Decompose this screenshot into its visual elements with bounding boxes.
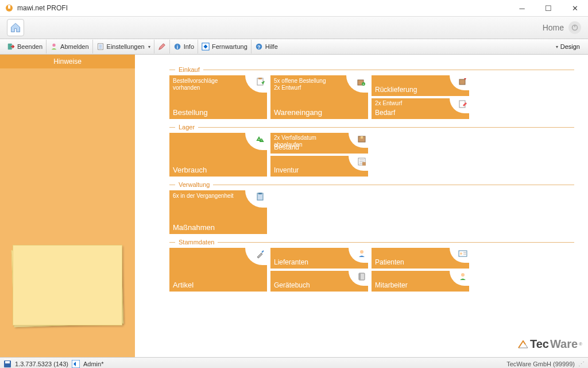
settings-icon <box>96 43 105 51</box>
resize-grip-icon[interactable]: ⋰ <box>578 361 585 368</box>
info-button[interactable]: i Info <box>170 40 198 53</box>
design-menu[interactable]: Design <box>551 42 585 51</box>
section-verwaltung-label: Verwaltung <box>179 181 210 188</box>
tile-ruecklieferung-title: Rücklieferung <box>375 86 417 94</box>
section-stammdaten: Stammdaten <box>169 239 574 246</box>
beenden-button[interactable]: Beenden <box>3 40 47 53</box>
tile-lieferanten[interactable]: Lieferanten <box>270 248 368 269</box>
tile-bestellung[interactable]: Bestellvorschläge vorhanden Bestellung <box>169 75 267 119</box>
tile-verbrauch-title: Verbrauch <box>173 166 207 174</box>
tile-bestand[interactable]: 2x Verfallsdatum abgelaufen Bestand <box>270 133 368 154</box>
fernwartung-label: Fernwartung <box>212 43 247 50</box>
home-glyph-icon <box>568 21 581 34</box>
tile-mitarbeiter[interactable]: Mitarbeiter <box>372 271 469 292</box>
box-in-icon: + <box>357 77 366 86</box>
tile-patienten-title: Patienten <box>375 258 404 266</box>
sticky-note[interactable] <box>13 245 122 325</box>
maximize-button[interactable]: ☐ <box>535 0 562 16</box>
clipboard-icon <box>256 77 265 86</box>
tile-bestand-title: Bestand <box>274 143 299 151</box>
tile-bestellung-title: Bestellung <box>173 108 208 117</box>
svg-rect-27 <box>359 273 361 280</box>
svg-rect-3 <box>574 25 575 28</box>
exit-icon <box>7 43 15 51</box>
status-save-icon <box>3 360 11 368</box>
recycle-icon <box>256 135 265 144</box>
design-label: Design <box>560 43 580 50</box>
tile-verbrauch[interactable]: Verbrauch <box>169 133 267 177</box>
tecware-tec: Tec <box>530 338 549 351</box>
beenden-label: Beenden <box>17 43 42 50</box>
svg-point-30 <box>461 273 465 277</box>
home-icon-button[interactable] <box>7 19 24 36</box>
status-remote-icon <box>72 360 80 368</box>
svg-rect-13 <box>258 78 262 79</box>
svg-point-29 <box>460 252 462 255</box>
status-right: TecWare GmbH (99999) <box>506 361 575 367</box>
tile-inventur-title: Inventur <box>274 166 299 174</box>
tile-geraetebuch[interactable]: Gerätebuch <box>270 271 368 292</box>
sidebar-header: Hinweise <box>0 55 135 68</box>
pencil-icon <box>158 43 166 51</box>
tile-artikel[interactable]: Artikel <box>169 248 267 292</box>
tile-wareneingang-note2: 2x Entwurf <box>274 85 346 91</box>
tile-lieferanten-title: Lieferanten <box>274 258 308 266</box>
tile-bedarf[interactable]: 2x Entwurf Bedarf <box>372 98 469 119</box>
svg-text:?: ? <box>257 44 260 50</box>
staff-icon <box>458 272 467 281</box>
close-button[interactable]: ✕ <box>562 0 588 16</box>
tile-ruecklieferung[interactable]: Rücklieferung <box>372 75 469 96</box>
section-einkauf: Einkauf <box>169 66 574 73</box>
einstellungen-button[interactable]: Einstellungen ▾ <box>93 40 154 53</box>
toolbar: Beenden Abmelden Einstellungen ▾ i Info … <box>0 39 588 55</box>
patient-card-icon <box>458 249 467 258</box>
home-label[interactable]: Home <box>543 23 564 32</box>
syringe-icon <box>256 250 265 259</box>
app-icon <box>5 3 14 13</box>
status-user: Admin* <box>83 361 103 367</box>
tile-bestellung-note: Bestellvorschläge vorhanden <box>173 78 245 91</box>
statusbar: 1.3.737.5323 (143) Admin* TecWare GmbH (… <box>0 357 588 368</box>
tile-patienten[interactable]: Patienten <box>372 248 469 269</box>
abmelden-button[interactable]: Abmelden <box>47 40 93 53</box>
tile-bedarf-note: 2x Entwurf <box>375 100 447 107</box>
tecware-logo: TecWare® <box>517 338 582 351</box>
tile-wareneingang[interactable]: 5x offene Bestellung 2x Entwurf + Warene… <box>270 75 368 119</box>
user-icon <box>50 43 58 51</box>
tile-geraetebuch-title: Gerätebuch <box>274 281 310 289</box>
section-verwaltung: Verwaltung <box>169 181 574 188</box>
tile-wareneingang-title: Wareneingang <box>274 108 322 117</box>
tile-inventur[interactable]: Inventur <box>270 156 368 177</box>
supplier-icon <box>357 249 366 258</box>
box-icon <box>357 134 366 143</box>
svg-point-25 <box>360 250 363 254</box>
sidebar: Hinweise <box>0 55 135 357</box>
tile-massnahmen[interactable]: 6x in der Vergangenheit Maßnahmen <box>169 190 267 234</box>
chevron-down-icon: ▾ <box>148 44 150 49</box>
status-version: 1.3.737.5323 (143) <box>15 361 68 367</box>
tile-wareneingang-note1: 5x offene Bestellung <box>274 78 346 85</box>
svg-rect-24 <box>258 193 262 194</box>
edit-button[interactable] <box>154 40 170 53</box>
svg-point-5 <box>52 44 55 47</box>
note-edit-icon <box>458 99 467 109</box>
hilfe-button[interactable]: ? Hilfe <box>252 40 281 53</box>
svg-rect-20 <box>361 136 363 139</box>
minimize-button[interactable]: ─ <box>509 0 535 16</box>
abmelden-label: Abmelden <box>60 43 89 50</box>
svg-rect-22 <box>362 162 366 166</box>
svg-rect-1 <box>8 5 10 9</box>
tile-mitarbeiter-title: Mitarbeiter <box>375 281 408 289</box>
fernwartung-button[interactable]: Fernwartung <box>198 40 252 53</box>
section-lager-label: Lager <box>179 124 195 131</box>
box-return-icon <box>458 76 467 86</box>
tile-bedarf-title: Bedarf <box>375 109 395 117</box>
clipboard-blue-icon <box>256 192 265 201</box>
svg-text:i: i <box>176 44 177 50</box>
tecware-ware: Ware <box>550 338 578 351</box>
section-lager: Lager <box>169 124 574 131</box>
svg-rect-32 <box>5 361 10 363</box>
tile-massnahmen-title: Maßnahmen <box>173 223 215 232</box>
info-label: Info <box>184 43 194 50</box>
remote-icon <box>202 43 210 51</box>
